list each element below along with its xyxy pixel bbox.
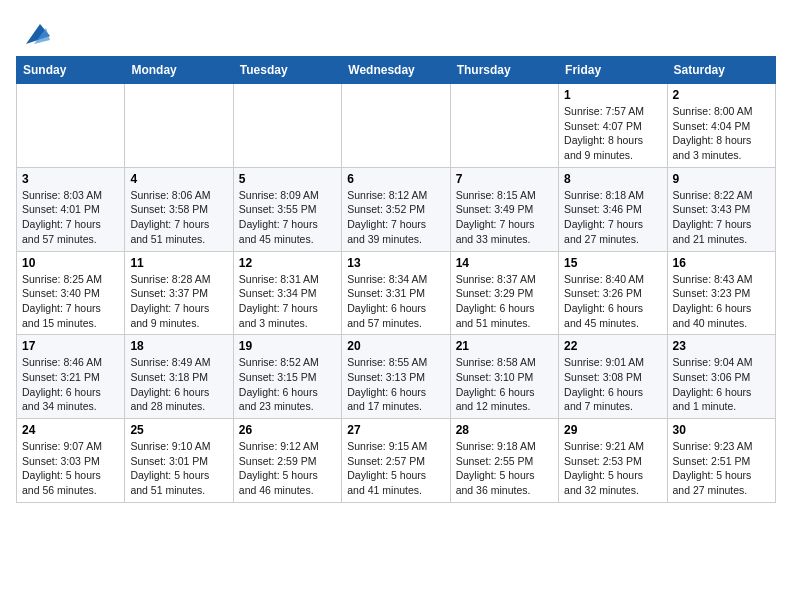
day-info: Sunrise: 8:06 AM Sunset: 3:58 PM Dayligh…	[130, 188, 227, 247]
day-number: 28	[456, 423, 553, 437]
calendar-cell: 12Sunrise: 8:31 AM Sunset: 3:34 PM Dayli…	[233, 251, 341, 335]
day-number: 25	[130, 423, 227, 437]
calendar-cell: 28Sunrise: 9:18 AM Sunset: 2:55 PM Dayli…	[450, 419, 558, 503]
day-number: 2	[673, 88, 770, 102]
day-info: Sunrise: 9:21 AM Sunset: 2:53 PM Dayligh…	[564, 439, 661, 498]
calendar-cell: 20Sunrise: 8:55 AM Sunset: 3:13 PM Dayli…	[342, 335, 450, 419]
calendar-cell	[125, 84, 233, 168]
day-header-tuesday: Tuesday	[233, 57, 341, 84]
day-header-saturday: Saturday	[667, 57, 775, 84]
calendar-cell	[450, 84, 558, 168]
day-number: 8	[564, 172, 661, 186]
calendar-cell: 22Sunrise: 9:01 AM Sunset: 3:08 PM Dayli…	[559, 335, 667, 419]
day-header-sunday: Sunday	[17, 57, 125, 84]
day-number: 3	[22, 172, 119, 186]
day-number: 18	[130, 339, 227, 353]
day-number: 30	[673, 423, 770, 437]
day-header-monday: Monday	[125, 57, 233, 84]
day-info: Sunrise: 8:46 AM Sunset: 3:21 PM Dayligh…	[22, 355, 119, 414]
calendar-week-row: 10Sunrise: 8:25 AM Sunset: 3:40 PM Dayli…	[17, 251, 776, 335]
day-info: Sunrise: 8:37 AM Sunset: 3:29 PM Dayligh…	[456, 272, 553, 331]
day-info: Sunrise: 8:31 AM Sunset: 3:34 PM Dayligh…	[239, 272, 336, 331]
calendar-cell: 23Sunrise: 9:04 AM Sunset: 3:06 PM Dayli…	[667, 335, 775, 419]
calendar-cell: 4Sunrise: 8:06 AM Sunset: 3:58 PM Daylig…	[125, 167, 233, 251]
calendar-cell: 16Sunrise: 8:43 AM Sunset: 3:23 PM Dayli…	[667, 251, 775, 335]
day-number: 29	[564, 423, 661, 437]
day-header-friday: Friday	[559, 57, 667, 84]
calendar-cell: 5Sunrise: 8:09 AM Sunset: 3:55 PM Daylig…	[233, 167, 341, 251]
day-info: Sunrise: 7:57 AM Sunset: 4:07 PM Dayligh…	[564, 104, 661, 163]
day-number: 5	[239, 172, 336, 186]
day-number: 7	[456, 172, 553, 186]
day-number: 6	[347, 172, 444, 186]
logo-icon	[18, 20, 50, 48]
day-number: 11	[130, 256, 227, 270]
day-header-thursday: Thursday	[450, 57, 558, 84]
day-info: Sunrise: 8:55 AM Sunset: 3:13 PM Dayligh…	[347, 355, 444, 414]
calendar-cell: 17Sunrise: 8:46 AM Sunset: 3:21 PM Dayli…	[17, 335, 125, 419]
day-number: 26	[239, 423, 336, 437]
day-info: Sunrise: 8:28 AM Sunset: 3:37 PM Dayligh…	[130, 272, 227, 331]
day-info: Sunrise: 9:23 AM Sunset: 2:51 PM Dayligh…	[673, 439, 770, 498]
day-info: Sunrise: 9:07 AM Sunset: 3:03 PM Dayligh…	[22, 439, 119, 498]
calendar-cell: 18Sunrise: 8:49 AM Sunset: 3:18 PM Dayli…	[125, 335, 233, 419]
calendar-cell	[233, 84, 341, 168]
day-info: Sunrise: 9:01 AM Sunset: 3:08 PM Dayligh…	[564, 355, 661, 414]
day-info: Sunrise: 8:49 AM Sunset: 3:18 PM Dayligh…	[130, 355, 227, 414]
day-info: Sunrise: 8:58 AM Sunset: 3:10 PM Dayligh…	[456, 355, 553, 414]
calendar-cell: 8Sunrise: 8:18 AM Sunset: 3:46 PM Daylig…	[559, 167, 667, 251]
day-info: Sunrise: 8:40 AM Sunset: 3:26 PM Dayligh…	[564, 272, 661, 331]
day-info: Sunrise: 8:03 AM Sunset: 4:01 PM Dayligh…	[22, 188, 119, 247]
calendar-cell: 9Sunrise: 8:22 AM Sunset: 3:43 PM Daylig…	[667, 167, 775, 251]
calendar-cell: 6Sunrise: 8:12 AM Sunset: 3:52 PM Daylig…	[342, 167, 450, 251]
day-number: 20	[347, 339, 444, 353]
day-info: Sunrise: 8:52 AM Sunset: 3:15 PM Dayligh…	[239, 355, 336, 414]
day-info: Sunrise: 8:15 AM Sunset: 3:49 PM Dayligh…	[456, 188, 553, 247]
day-number: 4	[130, 172, 227, 186]
day-number: 10	[22, 256, 119, 270]
day-number: 16	[673, 256, 770, 270]
calendar-cell: 26Sunrise: 9:12 AM Sunset: 2:59 PM Dayli…	[233, 419, 341, 503]
calendar-cell: 10Sunrise: 8:25 AM Sunset: 3:40 PM Dayli…	[17, 251, 125, 335]
calendar-cell: 24Sunrise: 9:07 AM Sunset: 3:03 PM Dayli…	[17, 419, 125, 503]
day-number: 12	[239, 256, 336, 270]
calendar-week-row: 3Sunrise: 8:03 AM Sunset: 4:01 PM Daylig…	[17, 167, 776, 251]
day-info: Sunrise: 9:18 AM Sunset: 2:55 PM Dayligh…	[456, 439, 553, 498]
day-info: Sunrise: 8:09 AM Sunset: 3:55 PM Dayligh…	[239, 188, 336, 247]
calendar-cell: 14Sunrise: 8:37 AM Sunset: 3:29 PM Dayli…	[450, 251, 558, 335]
calendar-cell: 2Sunrise: 8:00 AM Sunset: 4:04 PM Daylig…	[667, 84, 775, 168]
day-number: 9	[673, 172, 770, 186]
day-number: 21	[456, 339, 553, 353]
calendar-cell	[342, 84, 450, 168]
day-info: Sunrise: 8:34 AM Sunset: 3:31 PM Dayligh…	[347, 272, 444, 331]
day-number: 27	[347, 423, 444, 437]
day-number: 17	[22, 339, 119, 353]
calendar-cell: 29Sunrise: 9:21 AM Sunset: 2:53 PM Dayli…	[559, 419, 667, 503]
day-number: 14	[456, 256, 553, 270]
calendar-cell: 19Sunrise: 8:52 AM Sunset: 3:15 PM Dayli…	[233, 335, 341, 419]
calendar-cell: 13Sunrise: 8:34 AM Sunset: 3:31 PM Dayli…	[342, 251, 450, 335]
calendar-cell: 15Sunrise: 8:40 AM Sunset: 3:26 PM Dayli…	[559, 251, 667, 335]
calendar-cell: 7Sunrise: 8:15 AM Sunset: 3:49 PM Daylig…	[450, 167, 558, 251]
day-number: 24	[22, 423, 119, 437]
day-info: Sunrise: 8:00 AM Sunset: 4:04 PM Dayligh…	[673, 104, 770, 163]
calendar-week-row: 17Sunrise: 8:46 AM Sunset: 3:21 PM Dayli…	[17, 335, 776, 419]
day-info: Sunrise: 9:12 AM Sunset: 2:59 PM Dayligh…	[239, 439, 336, 498]
day-number: 1	[564, 88, 661, 102]
day-number: 19	[239, 339, 336, 353]
day-number: 23	[673, 339, 770, 353]
calendar-cell: 3Sunrise: 8:03 AM Sunset: 4:01 PM Daylig…	[17, 167, 125, 251]
day-number: 13	[347, 256, 444, 270]
logo	[16, 20, 50, 48]
day-info: Sunrise: 9:10 AM Sunset: 3:01 PM Dayligh…	[130, 439, 227, 498]
calendar-cell: 11Sunrise: 8:28 AM Sunset: 3:37 PM Dayli…	[125, 251, 233, 335]
calendar-cell: 21Sunrise: 8:58 AM Sunset: 3:10 PM Dayli…	[450, 335, 558, 419]
calendar-cell: 25Sunrise: 9:10 AM Sunset: 3:01 PM Dayli…	[125, 419, 233, 503]
calendar-header-row: SundayMondayTuesdayWednesdayThursdayFrid…	[17, 57, 776, 84]
day-info: Sunrise: 8:25 AM Sunset: 3:40 PM Dayligh…	[22, 272, 119, 331]
day-info: Sunrise: 9:04 AM Sunset: 3:06 PM Dayligh…	[673, 355, 770, 414]
calendar-cell	[17, 84, 125, 168]
calendar-cell: 27Sunrise: 9:15 AM Sunset: 2:57 PM Dayli…	[342, 419, 450, 503]
calendar: SundayMondayTuesdayWednesdayThursdayFrid…	[16, 56, 776, 503]
day-info: Sunrise: 8:22 AM Sunset: 3:43 PM Dayligh…	[673, 188, 770, 247]
